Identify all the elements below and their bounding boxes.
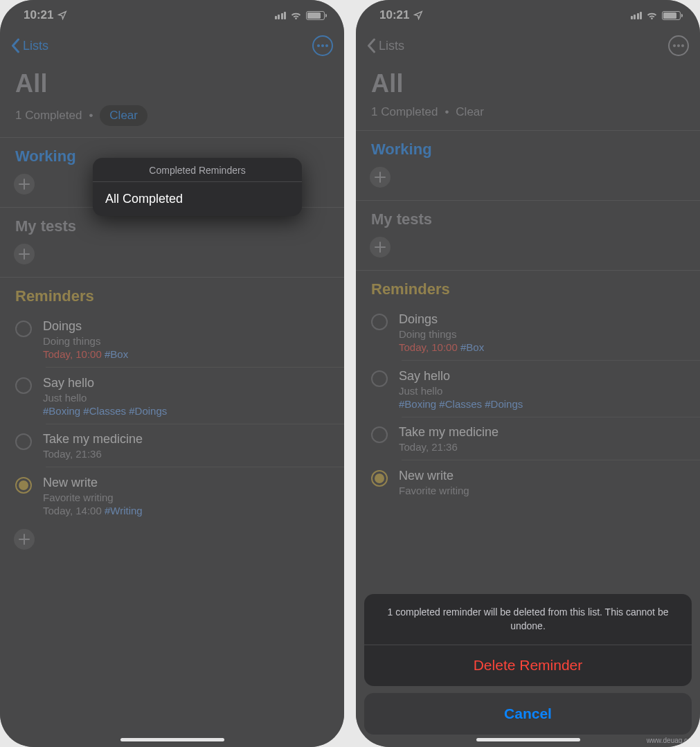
reminder-time: Today, 14:00 [43, 505, 102, 516]
completed-count-label: 1 Completed [15, 109, 82, 123]
plus-icon [375, 242, 386, 253]
completed-summary-row: 1 Completed • Clear [356, 105, 700, 130]
reminder-item[interactable]: Say hello Just hello #Boxing #Classes #D… [356, 361, 700, 417]
add-button[interactable] [14, 174, 35, 195]
clear-button[interactable]: Clear [100, 105, 147, 126]
add-button[interactable] [14, 244, 35, 264]
plus-icon [19, 534, 30, 545]
reminder-item[interactable]: Take my medicine Today, 21:36 [0, 424, 344, 467]
checkbox-circle[interactable] [15, 377, 32, 394]
section-title-mytests: My tests [371, 210, 685, 228]
status-bar: 10:21 [0, 0, 344, 30]
reminder-time: Today, 10:00 [399, 341, 458, 353]
checkbox-circle[interactable] [15, 321, 32, 337]
add-button[interactable] [370, 237, 391, 258]
reminder-subtitle: Just hello [399, 385, 685, 397]
checkbox-circle-done[interactable] [15, 477, 32, 494]
reminder-title: New write [399, 469, 685, 483]
reminder-subtitle: Doing things [399, 328, 685, 340]
chevron-left-icon [11, 38, 20, 53]
section-reminders: Reminders Doings Doing things Today, 10:… [356, 270, 700, 503]
context-menu-popover: Completed Reminders All Completed [93, 158, 302, 216]
svg-point-1 [321, 44, 324, 47]
svg-point-0 [317, 44, 320, 47]
separator-dot: • [89, 109, 93, 123]
checkbox-circle[interactable] [371, 426, 388, 443]
wifi-icon [646, 11, 658, 19]
svg-point-9 [673, 44, 676, 47]
reminder-subtitle: Favorite writing [399, 485, 685, 496]
add-button[interactable] [370, 167, 391, 188]
plus-icon [19, 249, 30, 260]
completed-count-label: 1 Completed [371, 105, 438, 119]
svg-point-2 [325, 44, 328, 47]
reminder-tag: #Box [105, 348, 128, 360]
popover-header: Completed Reminders [93, 158, 302, 182]
reminder-item[interactable]: New write Favorite writing [356, 460, 700, 503]
reminder-time: Today, 21:36 [399, 441, 458, 453]
section-title-mytests: My tests [15, 217, 329, 235]
reminder-item[interactable]: Doings Doing things Today, 10:00 #Box [356, 304, 700, 360]
home-indicator[interactable] [476, 738, 580, 741]
reminder-item[interactable]: New write Favorite writing Today, 14:00 … [0, 467, 344, 523]
cellular-icon [275, 12, 287, 19]
section-mytests: My tests [356, 200, 700, 270]
svg-point-10 [677, 44, 680, 47]
checkbox-circle[interactable] [371, 370, 388, 387]
section-working: Working [356, 130, 700, 200]
checkbox-circle[interactable] [15, 433, 32, 450]
reminder-title: Say hello [399, 369, 685, 384]
reminder-item[interactable]: Take my medicine Today, 21:36 [356, 417, 700, 460]
back-button[interactable]: Lists [367, 38, 404, 53]
delete-reminder-button[interactable]: Delete Reminder [364, 645, 692, 686]
reminder-tag: #Writing [105, 505, 143, 516]
phone-screenshot-left: 10:21 Lists All 1 Completed • Clear [0, 0, 344, 747]
clear-button[interactable]: Clear [456, 105, 484, 119]
checkbox-circle-done[interactable] [371, 470, 388, 487]
reminder-subtitle: Just hello [43, 392, 329, 404]
reminder-title: Say hello [43, 376, 329, 390]
ellipsis-icon [317, 44, 328, 47]
cancel-button[interactable]: Cancel [364, 693, 692, 735]
svg-point-11 [681, 44, 684, 47]
reminder-time: Today, 10:00 [43, 348, 102, 360]
back-button[interactable]: Lists [11, 38, 48, 53]
location-icon [57, 10, 67, 20]
section-title-reminders: Reminders [15, 287, 329, 305]
action-sheet-message: 1 completed reminder will be deleted fro… [364, 594, 692, 645]
back-label: Lists [23, 39, 48, 53]
plus-icon [375, 172, 386, 183]
reminder-subtitle: Favorite writing [43, 492, 329, 503]
reminder-item[interactable]: Doings Doing things Today, 10:00 #Box [0, 311, 344, 367]
chevron-left-icon [367, 38, 376, 53]
add-button[interactable] [14, 529, 35, 550]
section-mytests: My tests [0, 207, 344, 277]
navigation-bar: Lists [0, 30, 344, 61]
location-icon [413, 10, 423, 20]
more-button[interactable] [668, 35, 689, 56]
phone-screenshot-right: 10:21 Lists All 1 Completed • Clear [356, 0, 700, 747]
checkbox-circle[interactable] [371, 314, 388, 330]
home-indicator[interactable] [120, 738, 224, 741]
status-bar: 10:21 [356, 0, 700, 30]
reminder-time: Today, 21:36 [43, 448, 102, 460]
reminder-title: Take my medicine [399, 425, 685, 440]
section-title-working: Working [371, 141, 685, 159]
popover-item-all-completed[interactable]: All Completed [93, 182, 302, 216]
ellipsis-icon [673, 44, 684, 47]
battery-icon [306, 11, 325, 20]
reminder-title: Take my medicine [43, 432, 329, 447]
plus-icon [19, 179, 30, 190]
reminder-item[interactable]: Say hello Just hello #Boxing #Classes #D… [0, 368, 344, 424]
reminder-subtitle: Doing things [43, 335, 329, 347]
reminder-tag: #Box [460, 341, 484, 353]
navigation-bar: Lists [356, 30, 700, 61]
battery-icon [662, 11, 681, 20]
watermark: www.deuaq.com [647, 737, 697, 744]
section-title-reminders: Reminders [371, 280, 685, 298]
status-time: 10:21 [24, 8, 53, 22]
section-reminders: Reminders Doings Doing things Today, 10:… [0, 277, 344, 562]
back-label: Lists [379, 39, 404, 53]
more-button[interactable] [312, 35, 333, 56]
action-sheet: 1 completed reminder will be deleted fro… [364, 594, 692, 735]
